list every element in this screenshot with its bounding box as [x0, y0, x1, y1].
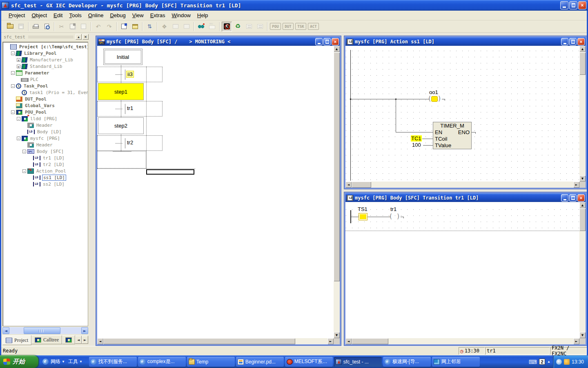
tree-item[interactable]: POU_Pool: [4, 109, 88, 115]
menu-item[interactable]: Extras: [147, 11, 169, 20]
transition-maximize-button[interactable]: [569, 194, 577, 202]
coil-right-paren[interactable]: ): [438, 94, 441, 102]
tree-expander[interactable]: [11, 52, 15, 55]
close-button[interactable]: ×: [578, 1, 586, 9]
sfc-transition-2[interactable]: tr1: [126, 105, 134, 111]
sfc-editor-canvas[interactable]: Initial ii3 step1 tr1 step2 tr: [97, 46, 334, 338]
tab-scroll-left[interactable]: ◄: [75, 336, 82, 344]
scroll-track[interactable]: [9, 327, 81, 334]
print-preview-button[interactable]: [42, 22, 52, 31]
operand-tc1[interactable]: TC1: [411, 135, 422, 141]
tree-item[interactable]: Project [c:\Temp\sfc_test]: [4, 43, 88, 50]
tree-item[interactable]: Standard_Lib: [4, 63, 88, 70]
transition-hscrollbar[interactable]: ◄ ►: [345, 338, 579, 344]
new-tsk-button[interactable]: TSK: [295, 23, 306, 30]
taskbar-task-button[interactable]: 找不到服务...: [89, 357, 137, 367]
redo-button[interactable]: ↷: [104, 22, 114, 31]
sfc-vscrollbar[interactable]: ▲ ▼: [334, 46, 340, 338]
tree-item[interactable]: Body [LD]: [4, 128, 88, 135]
transition-vscrollbar[interactable]: ▲ ▼: [579, 202, 586, 338]
tree-expander[interactable]: [17, 65, 20, 68]
tree-expander[interactable]: [22, 150, 26, 153]
menu-item[interactable]: Online: [85, 11, 107, 20]
action-close-button[interactable]: ×: [577, 38, 585, 45]
open-project-button[interactable]: [5, 22, 15, 31]
scroll-up-arrow[interactable]: ▲: [579, 46, 586, 52]
tree-expander[interactable]: [17, 58, 20, 62]
step-mode2-button[interactable]: [255, 22, 265, 31]
sfc-step2[interactable]: step2: [98, 117, 144, 134]
tree-expander[interactable]: [11, 110, 15, 114]
contact-ts1-label[interactable]: TS1: [358, 206, 368, 212]
tab-scroll-right[interactable]: ►: [82, 336, 88, 344]
new-pou-button[interactable]: POU: [270, 23, 281, 30]
scroll-left-arrow[interactable]: ◄: [345, 338, 352, 344]
tree-expander[interactable]: [11, 84, 15, 88]
taskbar-task-button[interactable]: 网上邻居: [432, 357, 480, 367]
new-act-button[interactable]: ACT: [308, 23, 319, 30]
pane-close-button[interactable]: ×: [82, 34, 89, 40]
menu-item[interactable]: Help: [194, 11, 212, 20]
taskbar-task-button[interactable]: complex是...: [138, 357, 186, 367]
ie-icon[interactable]: [42, 359, 49, 365]
scroll-thumb[interactable]: [352, 338, 388, 344]
sfc-window-titlebar[interactable]: mysfc [PRG] Body [SFC] / > MONITORING < …: [97, 37, 340, 46]
scroll-down-arrow[interactable]: ▼: [579, 332, 586, 338]
tree-item[interactable]: PLC: [4, 76, 88, 83]
contact-ts1-energized[interactable]: [359, 213, 368, 220]
scroll-left-arrow[interactable]: ◄: [97, 338, 103, 344]
undo-button[interactable]: ↶: [93, 22, 103, 31]
taskbar-task-button[interactable]: 极速网-[导...: [383, 357, 431, 367]
project-pane-header[interactable]: sfc_test ▴ ×: [1, 33, 89, 41]
refresh-button[interactable]: ♻: [233, 22, 243, 31]
monitoring-mode-button[interactable]: [222, 22, 232, 31]
mxchange-button[interactable]: [207, 22, 217, 31]
tray-volume-icon[interactable]: [564, 359, 570, 365]
project-tree-hscrollbar[interactable]: ◄ ►: [2, 327, 88, 334]
menu-item[interactable]: Object: [28, 11, 50, 20]
tree-item[interactable]: ss1 [LD]: [4, 174, 88, 181]
menu-item[interactable]: Debug: [107, 11, 129, 20]
tab-calltree[interactable]: Calltree: [31, 335, 62, 344]
transition-minimize-button[interactable]: [561, 194, 568, 202]
transition-close-button[interactable]: ×: [577, 194, 585, 202]
tree-item[interactable]: Action_Pool: [4, 168, 88, 174]
quick-item[interactable]: 网络: [51, 358, 60, 365]
check-button[interactable]: ❖: [159, 22, 169, 31]
sfc-close-button[interactable]: ×: [332, 38, 339, 45]
tree-item[interactable]: Header: [4, 141, 88, 148]
operand-100[interactable]: 100: [412, 142, 421, 148]
tree-item[interactable]: Task_Pool: [4, 83, 88, 89]
scroll-down-arrow[interactable]: ▼: [579, 175, 586, 182]
tree-expander[interactable]: [17, 137, 20, 140]
scroll-thumb[interactable]: [24, 327, 60, 334]
sfc-maximize-button[interactable]: [323, 38, 331, 45]
ime-indicator[interactable]: 2: [539, 359, 545, 365]
scroll-right-arrow[interactable]: ►: [81, 327, 88, 334]
cut-button[interactable]: ✂: [56, 22, 67, 31]
chevron-down-icon[interactable]: ▼: [79, 360, 82, 364]
project-window-button[interactable]: [130, 22, 140, 31]
start-button[interactable]: 开始: [0, 355, 38, 368]
scroll-right-arrow[interactable]: ►: [573, 182, 579, 188]
sfc-empty-cell[interactable]: [97, 151, 146, 168]
menu-item[interactable]: Project: [5, 11, 28, 20]
sfc-hscrollbar[interactable]: ◄ ►: [97, 338, 334, 344]
transition-ladder-canvas[interactable]: TS1 tr1 ( ): [345, 202, 579, 338]
main-titlebar[interactable]: sfc_test - GX IEC Developer - mysfc [PRG…: [0, 0, 588, 11]
restore-button[interactable]: [569, 1, 577, 9]
rebuild-button[interactable]: [181, 22, 192, 31]
menu-item[interactable]: Window: [169, 11, 194, 20]
coil-tr1-label[interactable]: tr1: [390, 206, 396, 212]
chevron-down-icon[interactable]: ▼: [62, 360, 65, 364]
scroll-right-arrow[interactable]: ►: [573, 338, 579, 344]
tree-item[interactable]: Manufacturer_Lib: [4, 56, 88, 63]
timer-function-block[interactable]: TIMER_M EN ENO TCoil TValue: [433, 122, 472, 149]
minimize-button[interactable]: [560, 1, 568, 9]
tree-expander[interactable]: [11, 71, 15, 75]
scroll-thumb[interactable]: [579, 209, 586, 231]
tree-expander[interactable]: [17, 117, 20, 121]
scroll-right-arrow[interactable]: ►: [327, 338, 334, 344]
action-minimize-button[interactable]: [561, 38, 568, 45]
scroll-thumb[interactable]: [334, 52, 340, 281]
